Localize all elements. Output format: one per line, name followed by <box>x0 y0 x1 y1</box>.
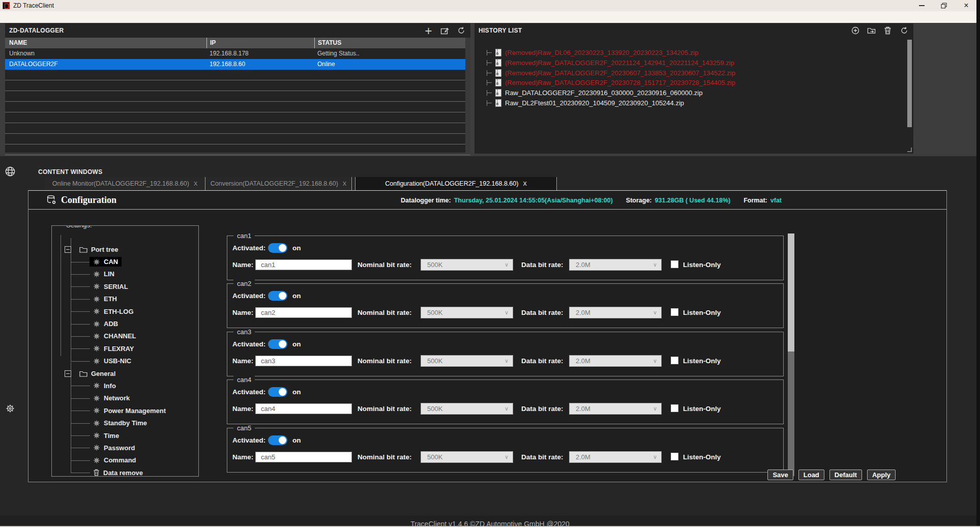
maximize-button[interactable] <box>936 0 952 11</box>
column-status[interactable]: STATUS <box>314 38 341 48</box>
apply-button[interactable]: Apply <box>867 470 896 480</box>
history-item[interactable]: (Removed)Raw_DATALOGGER2F_20230607_13385… <box>487 68 902 78</box>
tree-item[interactable]: General <box>52 367 197 379</box>
load-button[interactable]: Load <box>798 470 824 480</box>
tree-item[interactable]: FLEXRAY <box>52 342 197 355</box>
history-item-label: (Removed)Raw_DATALOGGER2F_20230728_15171… <box>505 79 735 86</box>
activated-toggle[interactable] <box>268 291 287 301</box>
tree-item[interactable]: Port tree <box>52 243 197 255</box>
data-bit-rate-select[interactable]: 2.0M ∨ <box>569 259 662 271</box>
datalogger-scrollbar[interactable] <box>465 38 470 153</box>
listen-only-checkbox[interactable] <box>671 404 678 412</box>
minimize-button[interactable] <box>914 0 929 11</box>
tree-item[interactable]: SERIAL <box>52 280 197 292</box>
content-tab[interactable]: Configuration(DATALOGGER2F_192.168.8.60)… <box>355 177 557 190</box>
save-button[interactable]: Save <box>767 470 793 480</box>
tab-close-icon[interactable]: X <box>194 181 197 187</box>
history-item[interactable]: (Removed)Raw_DATALOGGER2F_20230728_15171… <box>487 78 902 88</box>
tree-item[interactable]: ADB <box>52 317 197 330</box>
tab-close-icon[interactable]: X <box>523 181 526 187</box>
history-item[interactable]: Raw_DL2Ftest01_20230920_104509_20230920_… <box>487 98 902 108</box>
device-ip: 192.168.8.178 <box>210 48 249 59</box>
tree-item[interactable]: Data remove <box>52 466 197 477</box>
title-bar: ZD TraceClient × <box>0 0 980 11</box>
tree-item[interactable]: Network <box>52 392 197 404</box>
activated-toggle[interactable] <box>268 339 287 349</box>
activated-toggle[interactable] <box>268 243 287 253</box>
collapse-icon[interactable] <box>65 370 71 377</box>
name-input[interactable] <box>255 452 352 462</box>
tree-item[interactable]: Power Management <box>52 404 197 417</box>
resize-grip[interactable] <box>907 148 912 152</box>
add-circle-icon[interactable] <box>851 26 859 35</box>
table-row[interactable]: DATALOGGER2F 192.168.8.60 Online <box>5 59 470 70</box>
name-input[interactable] <box>255 259 352 270</box>
add-icon[interactable]: + <box>424 26 433 35</box>
default-button[interactable]: Default <box>829 470 862 480</box>
column-ip[interactable]: IP <box>206 38 216 48</box>
content-tab[interactable]: Online Monitor(DATALOGGER2F_192.168.8.60… <box>45 177 205 190</box>
nominal-bit-rate-select[interactable]: 500K ∨ <box>421 403 513 415</box>
history-item[interactable]: (Removed)Raw_DATALOGGER2F_20221124_14294… <box>487 58 902 68</box>
edit-window-icon[interactable] <box>440 26 449 35</box>
listen-only-checkbox[interactable] <box>671 357 678 364</box>
empty-table-row <box>5 70 470 80</box>
folder-move-icon[interactable] <box>867 26 876 35</box>
activated-toggle[interactable] <box>268 435 287 445</box>
listen-only-checkbox[interactable] <box>671 453 678 460</box>
nominal-bit-rate-select[interactable]: 500K ∨ <box>421 451 513 463</box>
tree-item[interactable]: Command <box>52 454 197 466</box>
tree-item[interactable]: CAN <box>52 255 197 268</box>
data-bit-rate-select[interactable]: 2.0M ∨ <box>569 355 662 367</box>
nominal-bit-rate-select[interactable]: 500K ∨ <box>421 355 513 367</box>
activated-label: Activated: <box>232 244 265 252</box>
tree-item[interactable]: ETH-LOG <box>52 305 197 317</box>
activated-label: Activated: <box>232 436 265 444</box>
tree-item[interactable]: LIN <box>52 268 197 280</box>
column-name[interactable]: NAME <box>9 38 27 48</box>
config-scrollbar[interactable] <box>788 233 794 476</box>
tab-close-icon[interactable]: X <box>343 181 346 187</box>
name-input[interactable] <box>255 356 352 366</box>
nominal-bit-rate-select[interactable]: 500K ∨ <box>421 259 513 271</box>
history-item-label: Raw_DL2Ftest01_20230920_104509_20230920_… <box>505 99 684 107</box>
tab-label: Configuration(DATALOGGER2F_192.168.8.60) <box>385 180 518 187</box>
toggle-state-label: on <box>292 292 301 300</box>
close-button[interactable]: × <box>959 0 974 11</box>
nominal-bit-rate-select[interactable]: 500K ∨ <box>421 307 513 318</box>
tree-item-label: ADB <box>104 320 118 328</box>
table-row[interactable]: Unknown 192.168.8.178 Getting Status.. <box>5 48 470 59</box>
tree-branch-icon <box>487 90 492 96</box>
refresh-icon[interactable] <box>900 26 908 35</box>
tree-item[interactable]: USB-NIC <box>52 355 197 367</box>
content-tab[interactable]: Conversion(DATALOGGER2F_192.168.8.60) X <box>205 177 352 190</box>
history-scrollbar[interactable] <box>907 40 912 127</box>
tree-item[interactable]: Time <box>52 429 197 442</box>
can-group: can1 Activated: on Name: Nominal bit rat… <box>227 236 784 280</box>
tree-item[interactable]: Info <box>52 379 197 392</box>
trash-icon[interactable] <box>883 26 892 35</box>
data-bit-rate-select[interactable]: 2.0M ∨ <box>569 451 662 463</box>
data-bit-rate-value: 2.0M <box>576 403 590 415</box>
history-item[interactable]: Raw_DATALOGGER2F_20230916_030000_2023091… <box>487 88 902 98</box>
data-bit-rate-select[interactable]: 2.0M ∨ <box>569 403 662 415</box>
history-item[interactable]: (Removed)Raw_DL06_20230223_133920_202302… <box>487 48 902 58</box>
empty-table-row <box>5 102 470 112</box>
listen-only-checkbox[interactable] <box>671 308 678 316</box>
collapse-icon[interactable] <box>65 246 71 253</box>
gear-icon <box>93 333 100 340</box>
tree-item[interactable]: CHANNEL <box>52 330 197 342</box>
config-scrollbar-thumb[interactable] <box>788 233 794 352</box>
globe-icon[interactable] <box>4 165 16 178</box>
name-input[interactable] <box>255 307 352 318</box>
tree-item[interactable]: Password <box>52 442 197 454</box>
datalogger-time-label: Datalogger time: <box>401 197 451 204</box>
tree-item[interactable]: Standby Time <box>52 417 197 429</box>
refresh-icon[interactable] <box>457 26 465 35</box>
data-bit-rate-select[interactable]: 2.0M ∨ <box>569 307 662 318</box>
settings-gear-icon[interactable] <box>4 402 16 415</box>
activated-toggle[interactable] <box>268 387 287 397</box>
name-input[interactable] <box>255 403 352 414</box>
tree-item[interactable]: ETH <box>52 293 197 305</box>
listen-only-checkbox[interactable] <box>671 260 678 268</box>
